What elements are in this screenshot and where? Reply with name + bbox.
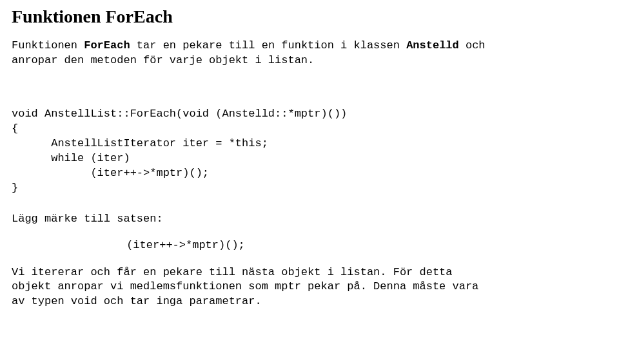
outro-paragraph: Vi itererar och får en pekare till nästa… xyxy=(12,265,607,310)
code-block: void AnstellList::ForEach(void (Anstelld… xyxy=(12,107,607,196)
intro-bold-anstelld: Anstelld xyxy=(406,39,459,52)
intro-paragraph: Funktionen ForEach tar en pekare till en… xyxy=(12,39,607,68)
document-page: Funktionen ForEach Funktionen ForEach ta… xyxy=(0,0,619,316)
page-title: Funktionen ForEach xyxy=(12,6,607,27)
intro-text-mid1: tar en pekare till en funktion i klassen xyxy=(130,39,406,52)
note-label: Lägg märke till satsen: xyxy=(12,213,607,225)
expression-line: (iter++->*mptr)(); xyxy=(12,239,360,251)
intro-text-pre: Funktionen xyxy=(12,39,84,52)
intro-bold-foreach: ForEach xyxy=(84,39,130,52)
